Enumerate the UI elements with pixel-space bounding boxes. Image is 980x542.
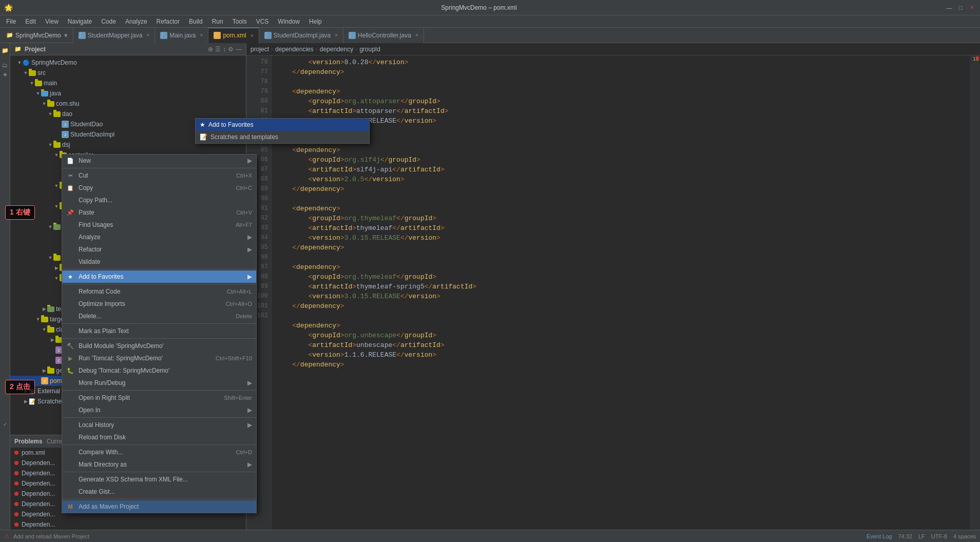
sidebar-icon-favorites[interactable]: ★ [3, 71, 8, 78]
project-locate-icon[interactable]: ⊕ [208, 46, 213, 53]
menu-vcs[interactable]: VCS [252, 17, 273, 26]
ctx-reformat[interactable]: Reformat Code Ctrl+Alt+L [62, 285, 256, 298]
menu-analyze[interactable]: Analyze [121, 17, 151, 26]
tree-arrow[interactable]: ▼ [47, 111, 53, 117]
tab-hellocontroller[interactable]: J HelloController.java × [343, 28, 424, 43]
breadcrumb-groupid[interactable]: groupId [359, 46, 380, 53]
tree-arrow[interactable]: ▼ [41, 101, 47, 107]
ctx-analyze-label: Analyze [79, 234, 241, 241]
ctx-compare[interactable]: Compare With... Ctrl+D [62, 446, 256, 458]
menu-help[interactable]: Help [305, 17, 326, 26]
ctx-mark-dir[interactable]: Mark Directory as ▶ [62, 458, 256, 471]
project-collapse-icon[interactable]: ☰ [215, 46, 221, 53]
project-sort-icon[interactable]: ↕ [223, 46, 226, 53]
ctx-paste[interactable]: 📌 Paste Ctrl+V [62, 206, 256, 219]
menu-edit[interactable]: Edit [21, 17, 40, 26]
tree-arrow[interactable]: ▼ [53, 275, 60, 281]
sidebar-icon-structure[interactable]: 🗂 [2, 62, 8, 68]
menu-file[interactable]: File [2, 17, 20, 26]
menu-view[interactable]: View [41, 17, 63, 26]
menu-build[interactable]: Build [185, 17, 207, 26]
ctx-validate[interactable]: Validate [62, 256, 256, 268]
submenu-scratches[interactable]: 📝 Scratches and templates [196, 131, 369, 143]
menu-code[interactable]: Code [97, 17, 120, 26]
submenu-add-to-favorites[interactable]: ★ Add to Favorites [196, 119, 369, 131]
ctx-debug-tomcat[interactable]: 🐛 Debug 'Tomcat: SpringMvcDemo' [62, 364, 256, 377]
project-close-icon[interactable]: — [236, 46, 242, 53]
tree-item-java-folder[interactable]: ▼ java [10, 88, 246, 99]
tree-arrow[interactable]: ▼ [53, 183, 60, 189]
ctx-refactor[interactable]: Refactor ▶ [62, 243, 256, 256]
menu-tools[interactable]: Tools [228, 17, 251, 26]
ctx-gen-xsd[interactable]: Generate XSD Schema from XML File... [62, 473, 256, 486]
project-switcher[interactable]: 📁 SpringMvcDemo ▼ [2, 28, 73, 43]
ctx-mark-plain[interactable]: Mark as Plain Text [62, 325, 256, 337]
tree-arrow[interactable]: ▼ [41, 326, 47, 333]
menu-window[interactable]: Window [274, 17, 304, 26]
tree-arrow[interactable]: ▼ [29, 80, 35, 86]
ctx-build-module[interactable]: 🔨 Build Module 'SpringMvcDemo' [62, 340, 256, 352]
ctx-analyze[interactable]: Analyze ▶ [62, 231, 256, 243]
tree-arrow[interactable]: ▶ [49, 337, 55, 343]
breadcrumb-project[interactable]: project [251, 46, 269, 53]
close-button[interactable]: ✕ [968, 4, 976, 12]
tree-arrow[interactable]: ▼ [35, 90, 41, 96]
tree-arrow[interactable]: ▶ [41, 367, 47, 374]
tree-arrow[interactable]: ▼ [16, 60, 23, 66]
maximize-button[interactable]: □ [956, 4, 965, 12]
tree-item-dao[interactable]: ▼ dao [10, 109, 246, 119]
ctx-copy[interactable]: 📋 Copy Ctrl+C [62, 182, 256, 194]
tree-item-src[interactable]: ▼ src [10, 68, 246, 78]
project-dropdown-icon[interactable]: ▼ [63, 32, 69, 38]
ctx-delete[interactable]: Delete... Delete [62, 310, 256, 322]
ctx-add-maven[interactable]: M Add as Maven Project [62, 500, 256, 513]
project-gear-icon[interactable]: ⚙ [228, 46, 234, 53]
menu-navigate[interactable]: Navigate [64, 17, 96, 26]
ctx-more-run[interactable]: More Run/Debug ▶ [62, 377, 256, 389]
minimize-button[interactable]: — [945, 4, 953, 12]
ctx-copypath[interactable]: Copy Path... [62, 194, 256, 206]
breadcrumb-dependencies[interactable]: dependencies [275, 46, 314, 53]
ctx-optimize[interactable]: Optimize Imports Ctrl+Alt+O [62, 298, 256, 310]
code-content[interactable]: <version>8.0.28</version> </dependency> … [272, 55, 970, 530]
menu-run[interactable]: Run [208, 17, 227, 26]
ctx-findusages[interactable]: Find Usages Alt+F7 [62, 219, 256, 231]
ctx-new[interactable]: 📄 New ▶ [62, 154, 256, 167]
tree-root[interactable]: ▼ 🔵 SpringMvcDemo [10, 57, 246, 68]
problem-item[interactable]: Dependen... [10, 519, 246, 530]
ctx-local-history[interactable]: Local History ▶ [62, 419, 256, 431]
tree-arrow[interactable]: ▶ [23, 398, 29, 404]
tree-item-com[interactable]: ▼ com.shu [10, 99, 246, 109]
tab-close-main[interactable]: × [200, 32, 203, 38]
tree-item-main-folder[interactable]: ▼ main [10, 78, 246, 88]
menu-refactor[interactable]: Refactor [152, 17, 184, 26]
sidebar-icon-todo[interactable]: ✓ [3, 421, 7, 427]
tab-studentdaoimpl[interactable]: J StudentDaoImpl.java × [259, 28, 343, 43]
tree-arrow[interactable]: ▼ [35, 316, 41, 322]
ctx-open-in[interactable]: Open In ▶ [62, 404, 256, 416]
tab-main[interactable]: J Main.java × [155, 28, 208, 43]
ctx-add-to-favorites[interactable]: ★ Add to Favorites ▶ [62, 270, 256, 283]
tab-close-hellocontroller[interactable]: × [415, 32, 418, 38]
ctx-reload[interactable]: Reload from Disk [62, 431, 256, 443]
ctx-open-right[interactable]: Open in Right Split Shift+Enter [62, 392, 256, 404]
tree-arrow[interactable]: ▶ [53, 265, 60, 271]
ctx-create-gist[interactable]: Create Gist... [62, 486, 256, 498]
tab-pom[interactable]: X pom.xml × [208, 28, 259, 43]
sidebar-icon-project[interactable]: 📁 [2, 47, 9, 54]
tree-arrow[interactable]: ▼ [53, 152, 60, 158]
tree-arrow[interactable]: ▼ [47, 255, 53, 261]
tab-close-studentmapper[interactable]: × [146, 32, 149, 38]
tab-studentmapper[interactable]: J StudentMapper.java × [73, 28, 156, 43]
tab-close-pom[interactable]: × [251, 33, 254, 38]
tree-arrow[interactable]: ▼ [47, 224, 53, 230]
tree-arrow[interactable]: ▼ [53, 203, 60, 209]
ctx-cut[interactable]: ✂ Cut Ctrl+X [62, 169, 256, 182]
tree-arrow[interactable]: ▶ [41, 306, 47, 312]
tree-arrow[interactable]: ▼ [23, 70, 29, 76]
tab-close-studentdaoimpl[interactable]: × [335, 32, 338, 38]
breadcrumb-dependency[interactable]: dependency [320, 46, 353, 53]
ctx-run-tomcat[interactable]: ▶ Run 'Tomcat: SpringMvcDemo' Ctrl+Shift… [62, 352, 256, 364]
tree-arrow[interactable]: ▼ [47, 142, 53, 148]
event-log-link[interactable]: Event Log [867, 533, 892, 539]
